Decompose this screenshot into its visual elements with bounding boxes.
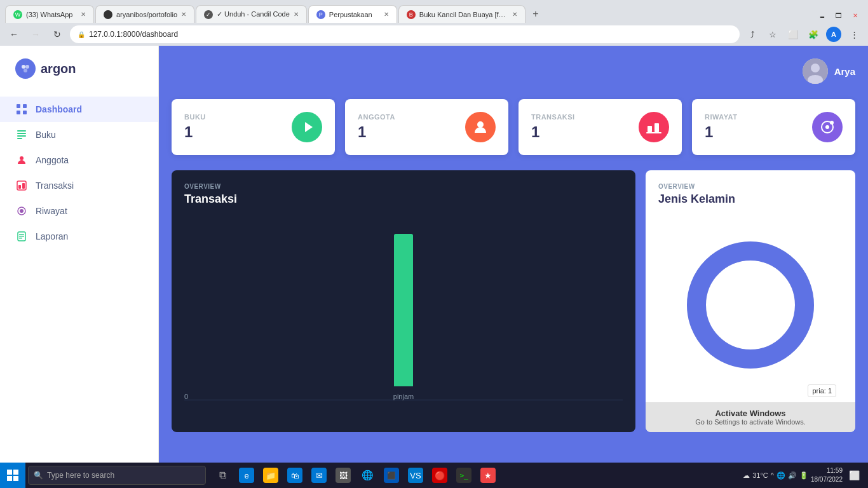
search-placeholder: Type here to search [47,471,114,480]
stat-value-riwayat: 1 [705,123,737,141]
main-content: Arya BUKU 1 ANGGOTA 1 [159,46,868,488]
tab-favicon-aryanibos [104,10,112,19]
tab-aryanibos[interactable]: aryanibos/portofolio ✕ [95,5,194,23]
tab-label-unduh: ✓ Unduh - Candil Code [217,10,290,18]
stats-grid: BUKU 1 ANGGOTA 1 [172,99,855,155]
svg-rect-26 [648,126,652,132]
terminal-app[interactable]: >_ [452,464,475,487]
battery-icon: 🔋 [799,471,808,480]
svg-point-11 [20,156,24,160]
close-button[interactable]: ✕ [848,8,863,23]
stat-info-buku: BUKU 1 [184,113,206,141]
svg-point-2 [24,69,27,72]
stat-label-transaksi: TRANSAKSI [531,113,575,121]
tab-close-aryanibos[interactable]: ✕ [181,11,186,18]
window-controls: 🗕 🗖 ✕ [810,8,868,23]
tab-label-buku-kancil: Buku Kancil Dan Buaya [ful... [419,11,508,18]
sidebar-item-anggota[interactable]: Anggota [0,147,158,173]
transaksi-icon [15,179,28,192]
chrome-app[interactable]: 🌐 [356,464,379,487]
sidebar-item-riwayat[interactable]: Riwayat [0,198,158,224]
extensions-icon[interactable]: 🧩 [804,25,822,43]
reload-button[interactable]: ↻ [48,25,66,43]
vscode-app[interactable]: VS [404,464,427,487]
app-container: argon Dashboard [0,46,868,488]
tab-whatsapp[interactable]: W (33) WhatsApp ✕ [5,5,94,23]
svg-rect-10 [17,138,22,139]
taskview-button[interactable]: ⧉ [211,464,234,487]
app9[interactable]: 🔴 [428,464,451,487]
svg-point-1 [25,65,29,69]
taskbar-search[interactable]: 🔍 Type here to search [28,466,206,485]
logo-icon [15,58,36,79]
maximize-button[interactable]: 🗖 [831,8,846,23]
sidebar-item-transaksi[interactable]: Transaksi [0,173,158,198]
notification-button[interactable]: ⬜ [845,466,863,484]
start-button[interactable] [0,463,25,488]
tab-perpustakaan[interactable]: P Perpustakaan ✕ [308,5,397,23]
anggota-icon [15,154,28,166]
share-icon[interactable]: ⤴ [743,25,761,43]
activate-windows-subtitle: Go to Settings to activate Windows. [652,418,849,426]
tab-close-whatsapp[interactable]: ✕ [81,11,86,18]
stat-card-transaksi: TRANSAKSI 1 [519,99,682,155]
photos-app[interactable]: 🖼 [332,464,355,487]
svg-point-33 [696,251,804,359]
menu-icon[interactable]: ⋮ [845,25,863,43]
store-app[interactable]: 🛍 [283,464,306,487]
tab-close-buku-kancil[interactable]: ✕ [512,11,517,18]
app11[interactable]: ★ [477,464,499,487]
minimize-button[interactable]: 🗕 [815,8,830,23]
mail-app[interactable]: ✉ [308,464,330,487]
address-bar-row: ← → ↻ 🔒 127.0.0.1:8000/dashboard ⤴ ☆ ⬜ 🧩… [0,23,868,46]
address-bar[interactable]: 🔒 127.0.0.1:8000/dashboard [70,25,740,43]
svg-rect-37 [7,476,12,481]
toolbar-icons: ⤴ ☆ ⬜ 🧩 A ⋮ [743,25,863,43]
bar-pinjam [394,234,413,386]
file-explorer-app[interactable]: 📁 [259,464,282,487]
sidebar-item-dashboard[interactable]: Dashboard [0,97,158,122]
app7[interactable]: ⬛ [380,464,403,487]
back-button[interactable]: ← [5,25,23,43]
tablet-icon[interactable]: ⬜ [784,25,802,43]
chrome-icon: 🌐 [360,468,375,483]
stat-icon-anggota [465,112,496,142]
profile-icon[interactable]: A [825,25,843,43]
tab-buku-kancil[interactable]: B Buku Kancil Dan Buaya [ful... ✕ [398,5,526,23]
jenis-kelamin-overview-label: OVERVIEW [658,183,843,190]
svg-rect-4 [23,104,27,108]
svg-point-16 [20,209,24,213]
sidebar-item-buku[interactable]: Buku [0,122,158,147]
logo-area: argon [0,46,158,92]
new-tab-button[interactable]: + [527,5,545,23]
stat-label-riwayat: RIWAYAT [705,113,737,121]
sidebar-nav: Dashboard Buku [0,92,158,488]
sidebar-item-laporan[interactable]: Laporan [0,224,158,249]
tab-favicon-whatsapp: W [13,10,22,19]
bookmark-icon[interactable]: ☆ [764,25,782,43]
time-display: 11:59 [827,466,843,475]
tab-unduh[interactable]: ✓ ✓ Unduh - Candil Code ✕ [196,5,307,23]
svg-point-25 [477,121,484,128]
transaksi-overview-label: OVERVIEW [184,183,623,190]
chevron-up-icon[interactable]: ^ [771,471,774,479]
edge-app[interactable]: e [235,464,258,487]
tab-close-unduh[interactable]: ✕ [294,11,299,18]
svg-marker-24 [305,122,313,132]
sidebar: argon Dashboard [0,46,159,488]
svg-rect-36 [13,470,18,475]
tab-close-perpustakaan[interactable]: ✕ [384,11,389,18]
svg-point-31 [830,121,834,125]
taskbar: 🔍 Type here to search ⧉ e 📁 🛍 ✉ 🖼 🌐 [0,463,868,488]
svg-rect-9 [17,135,26,137]
browser-chrome: W (33) WhatsApp ✕ aryanibos/portofolio ✕… [0,0,868,46]
stat-label-anggota: ANGGOTA [358,113,395,121]
svg-point-30 [825,125,829,129]
stat-value-transaksi: 1 [531,123,575,141]
tab-label-whatsapp: (33) WhatsApp [26,11,77,18]
bar-column-pinjam: pinjam [393,234,414,400]
pria-label: pria: 1 [808,384,836,397]
svg-rect-5 [17,111,20,114]
jenis-kelamin-chart-title: Jenis Kelamin [658,193,843,206]
forward-button[interactable]: → [27,25,44,43]
